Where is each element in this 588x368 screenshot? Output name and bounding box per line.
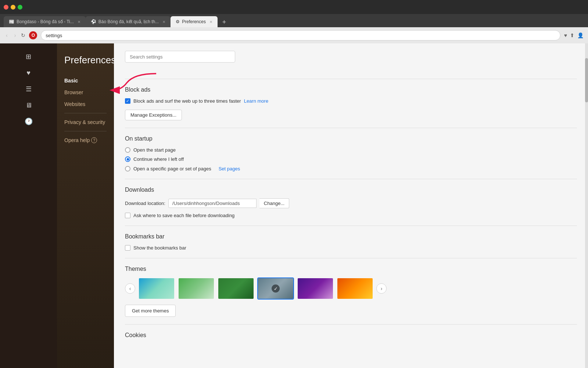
nav-item-websites[interactable]: Websites: [57, 98, 114, 110]
tab-label-1: Bongdaso - Bóng đá số - Ti...: [17, 19, 74, 24]
cookies-section: Cookies: [125, 332, 577, 339]
set-pages-link[interactable]: Set pages: [219, 166, 240, 171]
nav-item-privacy[interactable]: Privacy & security: [57, 116, 114, 128]
address-actions: ♥ ⬆ 👤: [564, 32, 584, 38]
learn-more-link[interactable]: Learn more: [244, 98, 268, 104]
tab-3[interactable]: ⚙ Preferences ✕: [171, 16, 218, 27]
minimize-button[interactable]: [11, 5, 15, 10]
sidebar-icon-screen[interactable]: 🖥: [21, 98, 36, 113]
url-bar[interactable]: settings: [41, 30, 560, 40]
share-icon[interactable]: ⬆: [570, 32, 574, 38]
startup-option-2: Continue where I left off: [125, 156, 577, 162]
new-tab-button[interactable]: +: [219, 17, 229, 27]
divider-3: [125, 226, 577, 226]
scrollbar-thumb[interactable]: [585, 58, 588, 102]
help-circle-icon: ?: [91, 137, 97, 143]
main-layout: ⊞ ♥ ☰ 🖥 🕐 Preferences Basic Browser Webs…: [0, 43, 588, 368]
heart-icon[interactable]: ♥: [564, 32, 567, 38]
tab-close-2[interactable]: ✕: [162, 20, 165, 24]
tab-label-2: Báo Bóng đá, kết quả, lịch th...: [98, 19, 159, 24]
tab-2[interactable]: ⚽ Báo Bóng đá, kết quả, lịch th... ✕: [86, 16, 171, 27]
show-bookmarks-label: Show the bookmarks bar: [133, 245, 186, 251]
address-bar: ‹ › ↻ O settings ♥ ⬆ 👤: [0, 27, 588, 43]
left-nav-panel: Preferences Basic Browser Websites Priva…: [57, 43, 114, 368]
tab-close-1[interactable]: ✕: [78, 20, 80, 24]
theme-thumb-5[interactable]: [297, 277, 334, 300]
themes-prev-button[interactable]: ‹: [125, 283, 135, 294]
download-location-label: Download location:: [125, 201, 165, 206]
divider-top: [125, 79, 577, 79]
title-bar: [0, 0, 588, 14]
tab-1[interactable]: 📰 Bongdaso - Bóng đá số - Ti... ✕: [4, 16, 86, 27]
sidebar-icon-news[interactable]: ☰: [21, 82, 36, 96]
ask-before-download-row: Ask where to save each file before downl…: [125, 213, 577, 218]
tab-favicon-2: ⚽: [91, 19, 96, 24]
back-button[interactable]: ‹: [4, 32, 9, 39]
block-ads-row: ✓ Block ads and surf the web up to three…: [125, 98, 577, 104]
themes-next-button[interactable]: ›: [376, 283, 387, 294]
nav-divider: [64, 113, 107, 113]
content-panel: Block ads ✓ Block ads and surf the web u…: [114, 43, 588, 368]
startup-option-1: Open the start page: [125, 147, 577, 153]
close-button[interactable]: [4, 5, 8, 10]
startup-label-1: Open the start page: [133, 147, 176, 153]
divider-5: [125, 324, 577, 325]
theme-selected-check: ✓: [272, 284, 280, 293]
nav-item-help[interactable]: Opera help ?: [57, 134, 114, 146]
ask-download-label: Ask where to save each file before downl…: [133, 213, 234, 218]
startup-radio-2[interactable]: [125, 156, 130, 162]
theme-thumb-6[interactable]: [337, 277, 373, 300]
refresh-button[interactable]: ↻: [21, 32, 25, 38]
sidebar-icon-grid[interactable]: ⊞: [21, 49, 36, 64]
sidebar-icon-heart[interactable]: ♥: [21, 66, 36, 80]
themes-title: Themes: [125, 266, 577, 272]
user-icon[interactable]: 👤: [577, 32, 584, 38]
traffic-lights: [4, 5, 22, 10]
sidebar: ⊞ ♥ ☰ 🖥 🕐: [0, 43, 57, 368]
download-path-value: /Users/dinhhongson/Downloads: [168, 199, 257, 208]
on-startup-section: On startup Open the start page Continue …: [125, 135, 577, 171]
bookmarks-section: Bookmarks bar Show the bookmarks bar: [125, 233, 577, 251]
scrollbar-track[interactable]: [585, 43, 588, 368]
tab-bar: 📰 Bongdaso - Bóng đá số - Ti... ✕ ⚽ Báo …: [0, 14, 588, 27]
tab-label-3: Preferences: [182, 19, 206, 24]
block-ads-checkbox[interactable]: ✓: [125, 98, 130, 104]
show-bookmarks-row: Show the bookmarks bar: [125, 245, 577, 251]
ask-download-checkbox[interactable]: [125, 213, 130, 218]
opera-logo: O: [29, 31, 37, 39]
divider-1: [125, 128, 577, 128]
block-ads-label: Block ads and surf the web up to three t…: [133, 98, 241, 104]
theme-thumb-2[interactable]: [178, 277, 215, 300]
search-settings-input[interactable]: [125, 51, 235, 63]
cookies-title: Cookies: [125, 332, 577, 339]
startup-label-2: Continue where I left off: [133, 156, 184, 162]
nav-item-basic[interactable]: Basic: [57, 75, 114, 86]
forward-button[interactable]: ›: [13, 32, 18, 39]
block-ads-section: Block ads ✓ Block ads and surf the web u…: [125, 86, 577, 120]
on-startup-title: On startup: [125, 135, 577, 142]
help-text: Opera help: [64, 137, 90, 143]
divider-2: [125, 179, 577, 179]
tab-close-3[interactable]: ✕: [209, 20, 212, 24]
nav-divider-2: [64, 131, 107, 131]
sidebar-icon-history[interactable]: 🕐: [21, 114, 36, 129]
downloads-section: Downloads Download location: /Users/dinh…: [125, 187, 577, 218]
manage-exceptions-button[interactable]: Manage Exceptions...: [125, 110, 182, 120]
show-bookmarks-checkbox[interactable]: [125, 245, 130, 251]
get-more-themes-button[interactable]: Get more themes: [125, 305, 176, 317]
theme-thumb-4[interactable]: ✓: [257, 277, 294, 300]
divider-4: [125, 258, 577, 258]
theme-thumb-1[interactable]: [138, 277, 175, 300]
startup-radio-1[interactable]: [125, 147, 130, 153]
url-text: settings: [46, 33, 62, 38]
maximize-button[interactable]: [18, 5, 22, 10]
preferences-title: Preferences: [57, 51, 114, 75]
change-location-button[interactable]: Change...: [259, 198, 289, 208]
tab-favicon-3: ⚙: [176, 19, 180, 24]
theme-thumb-3[interactable]: [218, 277, 254, 300]
nav-item-browser[interactable]: Browser: [57, 86, 114, 98]
tab-favicon-1: 📰: [9, 19, 14, 24]
startup-radio-3[interactable]: [125, 166, 130, 171]
downloads-title: Downloads: [125, 187, 577, 193]
themes-carousel: ‹ ✓ ›: [125, 277, 577, 300]
